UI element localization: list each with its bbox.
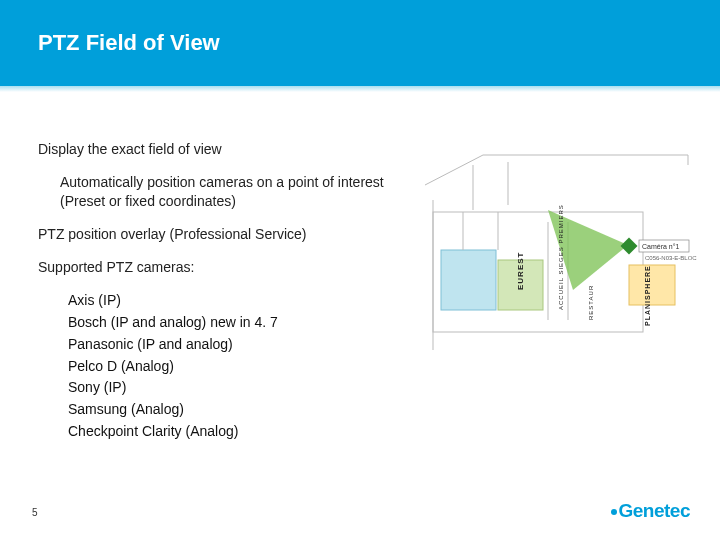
bullet-supported: Supported PTZ cameras: <box>38 258 418 277</box>
camera-item: Sony (IP) <box>38 377 418 399</box>
bullet-overlay: PTZ position overlay (Professional Servi… <box>38 225 418 244</box>
camera-item: Samsung (Analog) <box>38 399 418 421</box>
svg-rect-1 <box>441 250 496 310</box>
camera-item: Pelco D (Analog) <box>38 356 418 378</box>
bullet-autoposition: Automatically position cameras on a poin… <box>38 173 418 211</box>
logo-dot-icon <box>611 509 617 515</box>
body-text: Display the exact field of view Automati… <box>38 140 418 442</box>
camera-item: Bosch (IP and analog) new in 4. 7 <box>38 312 418 334</box>
bullet-fov: Display the exact field of view <box>38 140 418 159</box>
slide: PTZ Field of View Display the exact fiel… <box>0 0 720 540</box>
camera-list: Axis (IP) Bosch (IP and analog) new in 4… <box>38 290 418 442</box>
map-label-restaur: RESTAUR <box>588 285 594 320</box>
slide-title: PTZ Field of View <box>38 30 220 56</box>
camera-code: C056-N03-E-BLOC E1 <box>645 255 698 261</box>
svg-rect-3 <box>629 265 675 305</box>
map-label-planisphere: PLANISPHERE <box>644 265 651 326</box>
svg-rect-9 <box>621 238 638 255</box>
floor-plan-illustration: Caméra n°1 C056-N03-E-BLOC E1 EUREST ACC… <box>423 150 698 355</box>
camera-item: Checkpoint Clarity (Analog) <box>38 421 418 443</box>
hero-shadow <box>0 86 720 92</box>
map-label-eurest: EUREST <box>516 252 525 290</box>
brand-logo: Genetec <box>611 500 690 522</box>
camera-item: Panasonic (IP and analog) <box>38 334 418 356</box>
camera-item: Axis (IP) <box>38 290 418 312</box>
page-number: 5 <box>32 507 38 518</box>
map-label-accueil: ACCUEIL SIEGES PREMIERS <box>558 204 564 310</box>
camera-tag: Caméra n°1 <box>642 243 680 250</box>
brand-name: Genetec <box>619 500 690 521</box>
